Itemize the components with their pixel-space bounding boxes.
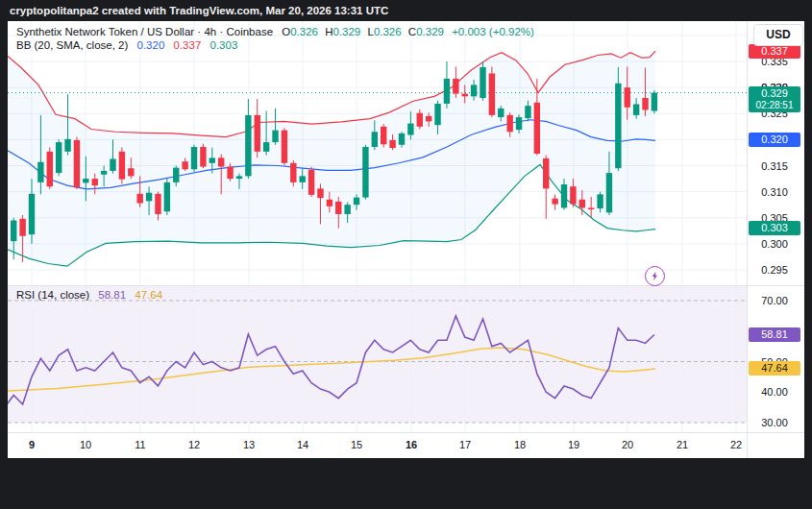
bollinger-fill <box>8 51 655 266</box>
time-axis-label: 11 <box>126 439 155 450</box>
price-axis-badge: 0.303 <box>749 221 800 235</box>
candle-body <box>173 168 179 182</box>
usd-button[interactable]: USD <box>753 24 803 46</box>
candle-body <box>498 109 504 117</box>
time-axis-separator <box>8 432 804 433</box>
candle-body <box>462 94 468 97</box>
time-axis-label: 10 <box>71 439 100 450</box>
price-axis-label: 0.295 <box>749 263 800 277</box>
candle-body <box>47 152 53 186</box>
rsi-band-fill <box>8 286 747 423</box>
exchange-label[interactable]: Coinbase <box>226 26 273 37</box>
pane-separator[interactable] <box>8 285 804 286</box>
candle-body <box>282 131 287 163</box>
candle-body <box>119 152 125 180</box>
rsi-header[interactable]: RSI (14, close) 58.81 47.64 <box>16 289 162 301</box>
rsi-axis-badge: 58.81 <box>749 327 800 342</box>
candle-body <box>579 200 585 208</box>
time-axis-label: 15 <box>342 439 371 450</box>
bb-lower-value: 0.303 <box>210 39 238 51</box>
candle-body <box>444 79 450 104</box>
time-axis-label: 20 <box>613 439 642 450</box>
candle-body <box>200 147 206 167</box>
lightning-icon <box>649 270 661 282</box>
time-axis-label: 17 <box>451 439 480 450</box>
bb-label[interactable]: BB (20, SMA, close, 2) <box>16 39 128 51</box>
time-axis-label: 9 <box>17 439 46 450</box>
candle-body <box>381 127 386 144</box>
header-separator: · <box>219 26 223 37</box>
candle-body <box>588 207 594 209</box>
candle-body <box>290 163 296 182</box>
rsi-pane[interactable] <box>8 285 747 432</box>
price-pane[interactable] <box>8 21 747 285</box>
candle-body <box>255 115 260 152</box>
candle-body <box>417 113 423 127</box>
candle-body <box>146 193 152 202</box>
candle-body <box>182 161 187 169</box>
rsi-axis-badge: 47.64 <box>749 361 800 376</box>
bar-countdown: 02:28:51 <box>749 100 800 111</box>
candle-body <box>236 176 242 179</box>
candle-body <box>534 103 540 154</box>
candle-body <box>426 116 431 121</box>
candle-body <box>155 194 160 214</box>
candle-body <box>136 194 142 204</box>
watermark-text: cryptopolitanpa2 created with TradingVie… <box>0 5 388 16</box>
candle-body <box>209 158 215 162</box>
candle-body <box>372 132 378 147</box>
bb-header[interactable]: BB (20, SMA, close, 2) 0.320 0.337 0.303 <box>16 39 237 51</box>
candle-body <box>64 139 70 152</box>
candle-body <box>606 173 612 212</box>
candle-body <box>56 142 62 173</box>
rsi-label[interactable]: RSI (14, close) <box>16 289 89 301</box>
symbol-header[interactable]: Synthetix Network Token / US Dollar · 4h… <box>16 26 534 37</box>
candle-body <box>19 219 25 236</box>
rsi-axis-label: 70.00 <box>749 294 800 307</box>
interval-label[interactable]: 4h <box>204 26 216 37</box>
candle-body <box>218 158 224 166</box>
candle-body <box>354 198 359 206</box>
rsi-axis-label: 30.00 <box>749 416 800 429</box>
candle-body <box>399 133 405 145</box>
flash-button[interactable] <box>645 266 665 286</box>
candle-body <box>11 220 16 241</box>
bb-upper-value: 0.337 <box>174 39 202 51</box>
candle-body <box>525 106 530 118</box>
time-axis-label: 18 <box>505 439 534 450</box>
ohlc-close: C0.329 <box>408 26 444 37</box>
footer: TradingView <box>0 458 812 509</box>
candle-body <box>101 171 107 175</box>
rsi-ma-value: 47.64 <box>135 289 162 301</box>
candle-body <box>471 85 477 96</box>
candle-body <box>92 179 98 185</box>
candle-body <box>245 115 251 176</box>
candle-body <box>29 194 35 234</box>
candle-body <box>434 104 440 125</box>
time-axis-label: 16 <box>397 439 426 450</box>
candle-body <box>516 117 522 130</box>
price-change: +0.003 (+0.92%) <box>452 26 534 37</box>
candle-body <box>652 93 657 111</box>
candle-body <box>83 179 88 182</box>
price-axis-label: 0.310 <box>749 185 800 199</box>
candle-body <box>164 182 170 211</box>
candle-body <box>37 162 43 182</box>
candle-body <box>128 168 134 176</box>
time-axis-label: 21 <box>668 439 697 450</box>
time-axis-label: 13 <box>234 439 263 450</box>
candle-body <box>489 73 495 114</box>
candle-body <box>110 158 115 170</box>
candle-body <box>335 202 341 214</box>
candle-body <box>227 167 233 179</box>
ohlc-open: O0.326 <box>282 26 318 37</box>
price-axis-badge: 0.32902:28:51 <box>749 86 800 112</box>
time-axis-label: 14 <box>288 439 317 450</box>
candle-body <box>453 79 458 94</box>
symbol-title[interactable]: Synthetix Network Token / US Dollar <box>16 26 194 37</box>
rsi-axis-label: 40.00 <box>749 385 800 399</box>
price-axis-label: 0.300 <box>749 237 800 251</box>
time-axis-label: 19 <box>559 439 588 450</box>
header-separator: · <box>197 26 201 37</box>
bb-basis-value: 0.320 <box>137 39 165 51</box>
